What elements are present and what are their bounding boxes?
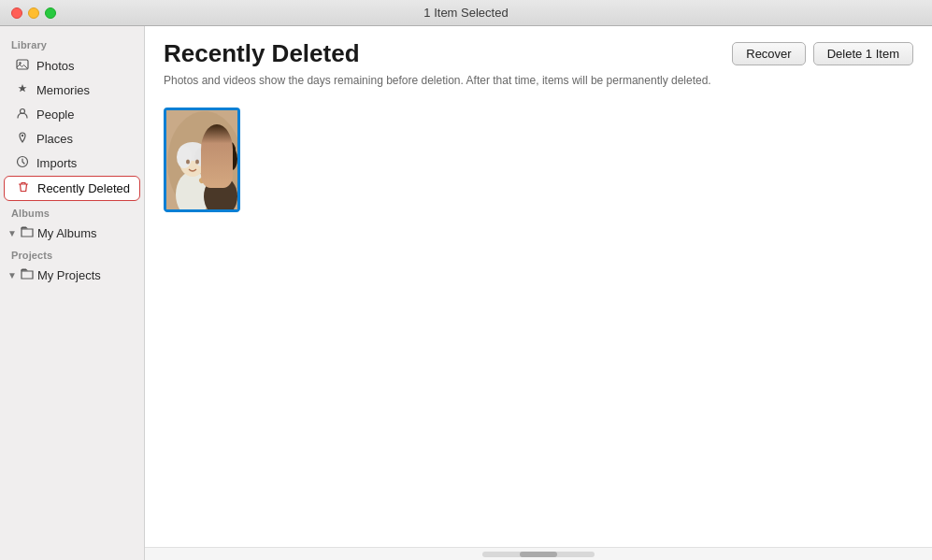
photo-image [166,110,237,209]
trash-icon [16,180,31,196]
delete-button[interactable]: Delete 1 Item [813,42,913,65]
svg-point-13 [195,160,199,165]
projects-folder-icon [21,267,34,282]
imports-icon [15,155,30,171]
people-icon [15,107,30,122]
scrollbar-thumb[interactable] [520,552,557,557]
my-projects-group[interactable]: ▼ My Projects [0,264,144,286]
header-buttons: Recover Delete 1 Item [732,42,913,65]
svg-point-21 [223,161,227,165]
sidebar: Library Photos Memories [0,26,145,560]
library-section-label: Library [0,34,144,53]
page-title: Recently Deleted [164,39,360,68]
sidebar-item-recently-deleted[interactable]: Recently Deleted [4,176,140,201]
svg-point-18 [203,144,216,170]
projects-section-label: Projects [0,244,144,264]
content-subtitle: Photos and videos show the days remainin… [145,74,932,98]
scrollbar-area [145,547,932,560]
places-icon [15,131,30,147]
photos-label: Photos [36,59,74,73]
people-label: People [36,108,74,122]
albums-section-label: Albums [0,202,144,222]
my-albums-label: My Albums [37,226,97,240]
imports-label: Imports [36,156,77,170]
photos-icon [15,58,30,74]
albums-chevron-icon: ▼ [7,228,17,238]
recover-button[interactable]: Recover [732,42,805,65]
sidebar-item-places[interactable]: Places [4,127,140,151]
memories-label: Memories [36,83,90,97]
svg-point-16 [207,146,235,178]
sidebar-item-imports[interactable]: Imports [4,151,140,175]
scrollbar-track[interactable] [482,552,595,557]
svg-point-12 [186,160,190,165]
content-header: Recently Deleted Recover Delete 1 Item [145,26,932,74]
recently-deleted-label: Recently Deleted [37,181,130,195]
places-label: Places [36,132,73,146]
svg-point-1 [19,62,21,64]
close-button[interactable] [11,7,22,19]
memories-icon [15,82,30,98]
minimize-button[interactable] [28,7,39,19]
title-bar: 1 Item Selected [0,0,932,26]
sidebar-item-photos[interactable]: Photos [4,54,140,78]
svg-point-17 [206,138,236,161]
window-title: 1 Item Selected [423,6,508,20]
content-area: Recently Deleted Recover Delete 1 Item P… [145,26,932,560]
my-albums-group[interactable]: ▼ My Albums [0,222,144,244]
svg-rect-15 [216,176,225,187]
photo-thumbnail[interactable] [164,108,240,212]
svg-point-20 [214,161,218,165]
sidebar-item-memories[interactable]: Memories [4,79,140,102]
sidebar-item-people[interactable]: People [4,103,140,126]
svg-point-3 [22,135,23,136]
window-controls [11,7,56,19]
svg-point-19 [226,148,237,170]
photo-grid [145,98,932,547]
svg-point-10 [177,146,192,168]
albums-folder-icon [21,225,34,240]
app-body: Library Photos Memories [0,26,932,560]
maximize-button[interactable] [45,7,56,19]
projects-chevron-icon: ▼ [7,270,17,280]
my-projects-label: My Projects [37,268,101,282]
